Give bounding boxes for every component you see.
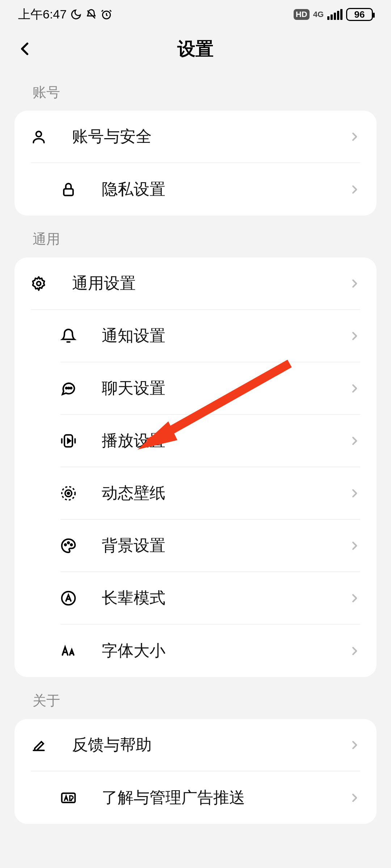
row-ads[interactable]: 了解与管理广告推送 xyxy=(60,771,360,824)
pencil-icon xyxy=(31,737,47,753)
section-header-about: 关于 xyxy=(14,677,377,719)
a-circle-icon xyxy=(60,590,76,606)
chevron-right-icon xyxy=(349,184,360,195)
row-background[interactable]: 背景设置 xyxy=(60,520,360,572)
row-feedback[interactable]: 反馈与帮助 xyxy=(31,719,360,771)
card-account: 账号与安全 隐私设置 xyxy=(14,111,377,216)
chevron-right-icon xyxy=(349,592,360,604)
chevron-right-icon xyxy=(349,540,360,552)
section-header-account: 账号 xyxy=(14,69,377,111)
row-label: 反馈与帮助 xyxy=(72,734,349,756)
chat-icon xyxy=(60,380,76,396)
svg-point-5 xyxy=(68,387,70,389)
row-privacy[interactable]: 隐私设置 xyxy=(60,163,360,216)
row-notifications[interactable]: 通知设置 xyxy=(60,310,360,362)
ad-icon xyxy=(60,790,76,806)
page-title: 设置 xyxy=(0,37,391,61)
row-general[interactable]: 通用设置 xyxy=(31,258,360,310)
status-bar: 上午6:47 HD 4G 96 xyxy=(0,0,391,29)
network-label: 4G xyxy=(313,10,324,18)
row-account-security[interactable]: 账号与安全 xyxy=(31,111,360,163)
signal-icon xyxy=(327,9,342,20)
chevron-right-icon xyxy=(349,739,360,751)
row-label: 账号与安全 xyxy=(72,126,349,147)
lock-icon xyxy=(60,182,76,197)
svg-point-12 xyxy=(65,544,66,545)
chevron-right-icon xyxy=(349,131,360,142)
target-icon xyxy=(60,485,76,501)
chevron-right-icon xyxy=(349,278,360,289)
section-header-general: 通用 xyxy=(14,216,377,258)
font-icon xyxy=(60,643,76,659)
app-header: 设置 xyxy=(0,29,391,69)
status-time: 上午6:47 xyxy=(18,6,67,23)
row-font-size[interactable]: 字体大小 xyxy=(60,625,360,677)
row-label: 了解与管理广告推送 xyxy=(102,787,349,808)
row-label: 通用设置 xyxy=(72,273,349,294)
chevron-right-icon xyxy=(349,488,360,499)
mute-icon xyxy=(85,9,97,20)
svg-point-13 xyxy=(68,542,69,543)
svg-point-3 xyxy=(37,281,41,285)
card-general: 通用设置 通知设置 聊天设置 播放设置 xyxy=(14,258,377,677)
battery-indicator: 96 xyxy=(346,8,373,21)
svg-marker-8 xyxy=(68,439,70,443)
row-label: 长辈模式 xyxy=(102,587,349,609)
svg-point-4 xyxy=(66,387,67,389)
play-icon xyxy=(60,433,76,449)
bell-icon xyxy=(60,328,76,344)
row-label: 背景设置 xyxy=(102,535,349,556)
chevron-right-icon xyxy=(349,792,360,804)
row-label: 隐私设置 xyxy=(102,179,349,200)
row-label: 聊天设置 xyxy=(102,378,349,399)
svg-point-1 xyxy=(36,131,42,137)
user-icon xyxy=(31,129,47,145)
row-playback[interactable]: 播放设置 xyxy=(60,415,360,467)
row-label: 动态壁纸 xyxy=(102,482,349,504)
chevron-right-icon xyxy=(349,383,360,394)
row-chat[interactable]: 聊天设置 xyxy=(60,362,360,415)
svg-point-14 xyxy=(71,544,72,545)
row-elder-mode[interactable]: 长辈模式 xyxy=(60,572,360,625)
alarm-icon xyxy=(101,9,112,20)
svg-point-6 xyxy=(71,387,72,389)
row-label: 播放设置 xyxy=(102,430,349,451)
gear-icon xyxy=(31,276,47,292)
chevron-right-icon xyxy=(349,435,360,447)
back-button[interactable] xyxy=(14,38,36,60)
moon-icon xyxy=(70,9,82,20)
row-label: 字体大小 xyxy=(102,640,349,661)
chevron-right-icon xyxy=(349,645,360,657)
row-label: 通知设置 xyxy=(102,325,349,346)
svg-rect-2 xyxy=(64,189,73,195)
row-wallpaper[interactable]: 动态壁纸 xyxy=(60,467,360,520)
hd-badge: HD xyxy=(294,9,310,20)
chevron-right-icon xyxy=(349,330,360,342)
card-about: 反馈与帮助 了解与管理广告推送 xyxy=(14,719,377,824)
svg-point-11 xyxy=(67,492,70,494)
palette-icon xyxy=(60,538,76,554)
